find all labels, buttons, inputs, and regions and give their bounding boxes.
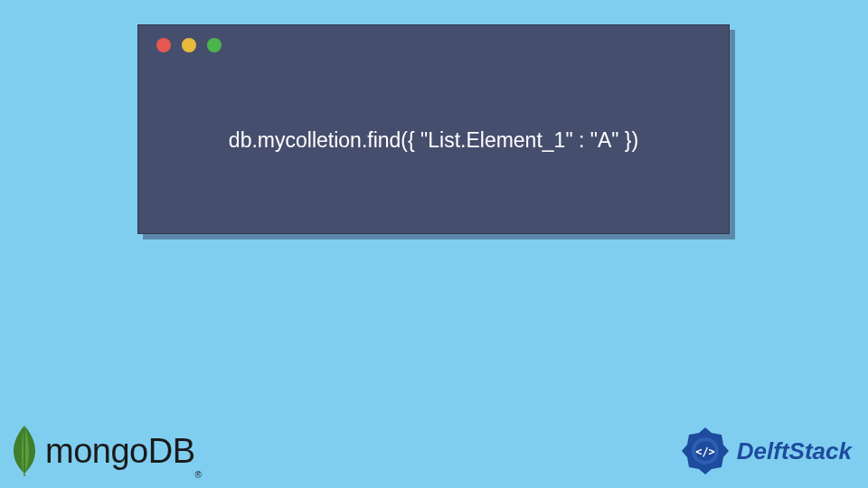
delftstack-badge-icon: </> xyxy=(679,425,731,477)
svg-text:</>: </> xyxy=(695,446,715,458)
mongodb-text-wrapper: mongoDB® xyxy=(45,432,202,471)
mongodb-leaf-icon xyxy=(11,424,38,478)
footer: mongoDB® </> DelftStack xyxy=(0,414,868,488)
close-icon[interactable] xyxy=(156,38,171,52)
registered-mark: ® xyxy=(194,470,201,480)
code-window: db.mycolletion.find({ "List.Element_1" :… xyxy=(137,24,730,234)
code-text: db.mycolletion.find({ "List.Element_1" :… xyxy=(229,128,638,153)
delftstack-text: DelftStack xyxy=(737,437,852,465)
delftstack-logo: </> DelftStack xyxy=(679,425,852,477)
code-content: db.mycolletion.find({ "List.Element_1" :… xyxy=(138,65,729,233)
mongodb-logo: mongoDB® xyxy=(11,424,202,478)
mongodb-text: mongoDB xyxy=(45,432,194,470)
maximize-icon[interactable] xyxy=(207,38,222,52)
title-bar xyxy=(138,25,729,65)
minimize-icon[interactable] xyxy=(182,38,196,52)
